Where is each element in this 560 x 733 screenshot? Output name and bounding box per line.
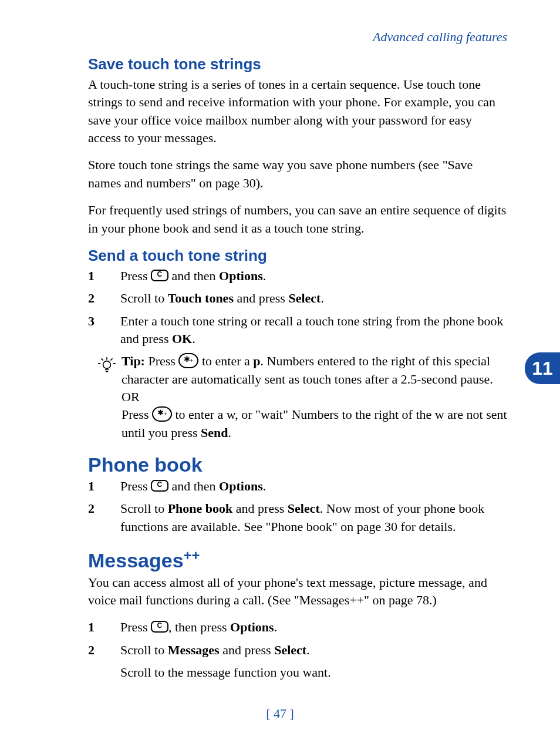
step-text: . <box>321 291 324 305</box>
ui-label: Options <box>219 268 263 283</box>
lightbulb-tip-icon <box>97 352 122 379</box>
tip-text: to enter a w, or "wait" Numbers to the r… <box>122 407 507 439</box>
tip-text: Press <box>122 407 152 422</box>
page-number: [ 47 ] <box>0 706 560 721</box>
step-text: and then <box>168 479 219 493</box>
step-text: . <box>306 643 310 657</box>
c-key-icon <box>151 480 168 492</box>
ui-label: Touch tones <box>168 291 234 305</box>
heading-messages: Messages++ <box>88 547 507 572</box>
ui-label: Select <box>288 291 321 305</box>
tip-block: Tip: Press to enter a p. Numbers entered… <box>88 352 507 442</box>
step-text: . <box>274 620 278 634</box>
tip-or: OR <box>122 388 507 406</box>
star-key-icon <box>178 353 198 368</box>
step-text: Scroll to <box>120 501 168 516</box>
ui-label: Options <box>219 479 263 493</box>
ui-label: Select <box>274 643 306 657</box>
ui-label: OK <box>172 331 192 346</box>
body-text: Scroll to the message function you want. <box>88 664 507 681</box>
step-item: Scroll to Messages and press Select. <box>88 641 507 659</box>
ui-label: Phone book <box>168 501 233 516</box>
tip-body: Tip: Press to enter a p. Numbers entered… <box>122 352 507 442</box>
step-text: Press <box>120 620 151 634</box>
step-text: . <box>263 268 266 283</box>
heading-send-touch-tone: Send a touch tone string <box>88 247 507 265</box>
step-text: Scroll to <box>120 291 168 305</box>
step-item: Scroll to Phone book and press Select. N… <box>88 500 507 536</box>
c-key-icon <box>151 270 168 281</box>
step-item: Press and then Options. <box>88 267 507 285</box>
manual-page: Advanced calling features Save touch ton… <box>0 0 560 721</box>
ui-label: Select <box>288 501 320 516</box>
body-text: For frequently used strings of numbers, … <box>88 201 507 237</box>
ui-label: p <box>253 354 260 368</box>
step-text: and press <box>220 643 274 657</box>
step-item: Scroll to Touch tones and press Select. <box>88 290 507 307</box>
ui-label: Send <box>201 425 228 440</box>
svg-point-0 <box>103 361 111 369</box>
step-text: Press <box>120 268 151 283</box>
tip-text: Press <box>145 354 178 368</box>
body-text: You can access almost all of your phone'… <box>88 574 507 610</box>
step-text: . <box>192 331 195 346</box>
ui-label: Messages <box>168 643 220 657</box>
c-key-icon <box>151 621 168 633</box>
tip-text: to enter a <box>198 354 253 368</box>
step-text: . <box>263 479 266 493</box>
heading-phone-book: Phone book <box>88 453 507 476</box>
step-text: and then <box>168 268 219 283</box>
step-item: Press and then Options. <box>88 478 507 495</box>
step-list: Press and then Options. Scroll to Touch … <box>88 267 507 348</box>
step-text: and press <box>234 291 288 305</box>
step-list: Press , then press Options. Scroll to Me… <box>88 618 507 659</box>
star-key-icon <box>152 406 172 422</box>
body-text: A touch-tone string is a series of tones… <box>88 76 507 147</box>
chapter-tab: 11 <box>525 352 560 384</box>
step-item: Press , then press Options. <box>88 618 507 636</box>
body-text: Store touch tone strings the same way yo… <box>88 156 507 192</box>
tip-text: . <box>228 425 232 440</box>
step-item: Enter a touch tone string or recall a to… <box>88 312 507 348</box>
ui-label: Options <box>230 620 274 634</box>
step-list: Press and then Options. Scroll to Phone … <box>88 478 507 536</box>
step-text: and press <box>232 501 287 516</box>
step-text: Scroll to <box>120 643 168 657</box>
heading-suffix: ++ <box>184 547 200 563</box>
step-text: , then press <box>168 620 230 634</box>
heading-save-touch-tone: Save touch tone strings <box>88 55 507 73</box>
heading-text: Messages <box>88 550 184 572</box>
step-text: Press <box>120 479 151 493</box>
running-head: Advanced calling features <box>88 29 507 45</box>
tip-label: Tip: <box>122 354 145 368</box>
